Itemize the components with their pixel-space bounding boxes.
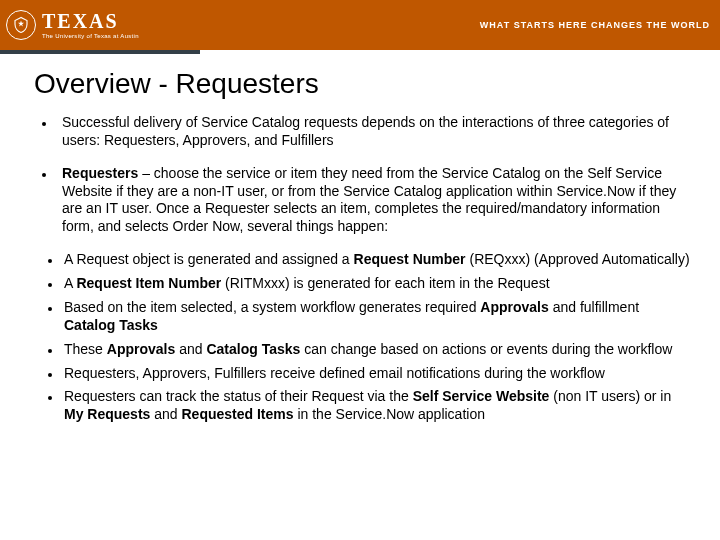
text-bold: Self Service Website [413, 388, 550, 404]
text: and fulfillment [549, 299, 639, 315]
text-bold: Approvals [480, 299, 548, 315]
list-item: These Approvals and Catalog Tasks can ch… [62, 341, 690, 359]
text: – choose the service or item they need f… [62, 165, 676, 234]
text: A Request object is generated and assign… [64, 251, 354, 267]
header: TEXAS The University of Texas at Austin … [0, 0, 720, 50]
text: Based on the item selected, a system wor… [64, 299, 480, 315]
text-bold: Request Number [354, 251, 466, 267]
list-item: Requesters can track the status of their… [62, 388, 690, 424]
text: in the Service.Now application [294, 406, 485, 422]
brand-divider [0, 50, 200, 54]
primary-list: Successful delivery of Service Catalog r… [34, 114, 690, 235]
ut-seal-icon [6, 10, 36, 40]
list-item: A Request Item Number (RITMxxx) is gener… [62, 275, 690, 293]
brand-text: TEXAS The University of Texas at Austin [42, 11, 139, 39]
text: A [64, 275, 76, 291]
content: Overview - Requesters Successful deliver… [0, 50, 720, 424]
text-bold: Approvals [107, 341, 175, 357]
text: and [175, 341, 206, 357]
text-bold: Catalog Tasks [206, 341, 300, 357]
brand-main: TEXAS [42, 11, 139, 31]
page-title: Overview - Requesters [34, 68, 690, 100]
brand-sub: The University of Texas at Austin [42, 33, 139, 39]
brand: TEXAS The University of Texas at Austin [0, 10, 139, 40]
text-bold: Requested Items [182, 406, 294, 422]
tagline: WHAT STARTS HERE CHANGES THE WORLD [480, 20, 710, 30]
list-item: Requesters, Approvers, Fulfillers receiv… [62, 365, 690, 383]
text: Requesters can track the status of their… [64, 388, 413, 404]
text: These [64, 341, 107, 357]
text-bold: Request Item Number [76, 275, 221, 291]
text: (non IT users) or in [549, 388, 671, 404]
text: Requesters, Approvers, Fulfillers receiv… [64, 365, 605, 381]
text: Successful delivery of Service Catalog r… [62, 114, 669, 148]
text-bold: Catalog Tasks [64, 317, 158, 333]
text: (RITMxxx) is generated for each item in … [221, 275, 549, 291]
list-item: Successful delivery of Service Catalog r… [56, 114, 690, 149]
text-bold: My Requests [64, 406, 150, 422]
text-bold: Requesters [62, 165, 138, 181]
text: can change based on actions or events du… [300, 341, 672, 357]
secondary-list: A Request object is generated and assign… [34, 251, 690, 424]
list-item: Based on the item selected, a system wor… [62, 299, 690, 335]
list-item: A Request object is generated and assign… [62, 251, 690, 269]
text: and [150, 406, 181, 422]
text: (REQxxx) (Approved Automatically) [466, 251, 690, 267]
list-item: Requesters – choose the service or item … [56, 165, 690, 235]
